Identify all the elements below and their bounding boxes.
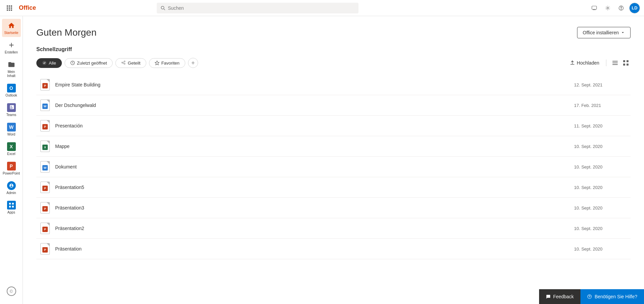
file-list: P Empire State Building 12. Sept. 2021 W… (36, 75, 631, 259)
file-name: Präsentation2 (55, 226, 574, 231)
word-file-icon: W (40, 161, 50, 173)
install-office-label: Office installieren (583, 30, 619, 35)
table-row[interactable]: P Präsentation5 10. Sept. 2020 (36, 177, 631, 198)
nav-right: LD (589, 3, 640, 13)
svg-rect-2 (11, 5, 12, 7)
sidebar-item-label-home: Startseite (4, 31, 18, 35)
svg-rect-8 (11, 9, 12, 11)
ppt-file-icon: P (40, 223, 50, 234)
sidebar-item-word[interactable]: W Word (2, 120, 21, 139)
sidebar-item-label-apps: Apps (7, 211, 15, 215)
svg-rect-4 (9, 7, 10, 9)
word-file-icon: W (40, 100, 50, 111)
content-icon (7, 60, 16, 69)
filter-tab-all[interactable]: Alle (36, 58, 62, 68)
home-icon (7, 21, 16, 30)
apps-icon (7, 200, 16, 210)
content-area: Guten Morgen Office installieren Schnell… (23, 16, 644, 304)
section-title-quickaccess: Schnellzugriff (36, 46, 631, 52)
search-bar[interactable] (157, 3, 358, 13)
table-row[interactable]: W Dokument 10. Sept. 2020 (36, 157, 631, 177)
view-toggle (610, 58, 631, 68)
svg-rect-3 (7, 7, 8, 9)
svg-marker-24 (155, 61, 159, 65)
sidebar-item-powerpoint[interactable]: P PowerPoint (2, 159, 21, 178)
svg-rect-25 (612, 61, 618, 62)
file-date: 17. Feb. 2021 (574, 103, 628, 108)
table-row[interactable]: P Empire State Building 12. Sept. 2021 (36, 75, 631, 95)
greeting-text: Guten Morgen (36, 27, 97, 38)
filter-tab-shared-label: Geteilt (128, 61, 141, 66)
filter-tab-favorites[interactable]: Favoriten (149, 58, 185, 68)
sidebar-item-label-outlook: Outlook (5, 93, 17, 98)
file-name: Der Dschungelwald (55, 103, 574, 108)
file-icon-wrapper: W (39, 99, 51, 111)
file-name: Präsentation (55, 246, 574, 252)
filter-tab-shared[interactable]: Geteilt (115, 58, 146, 68)
settings-button[interactable] (602, 3, 613, 13)
ppt-badge: P (42, 186, 48, 191)
svg-rect-31 (627, 64, 629, 66)
ppt-badge: P (42, 206, 48, 212)
ppt-badge: P (42, 83, 48, 88)
sidebar-item-home[interactable]: Startseite (2, 19, 21, 37)
greeting-section: Guten Morgen Office installieren (36, 27, 631, 38)
table-row[interactable]: P Presentación 11. Sept. 2020 (36, 116, 631, 136)
svg-point-15 (607, 7, 608, 9)
svg-rect-18 (9, 203, 11, 204)
grid-view-button[interactable] (621, 58, 631, 68)
avatar[interactable]: LD (629, 3, 640, 13)
main-layout: Startseite Erstellen Mein Inhalt O Outlo… (0, 16, 644, 304)
sidebar-item-apps[interactable]: Apps (2, 198, 21, 217)
table-row[interactable]: W Der Dschungelwald 17. Feb. 2021 (36, 95, 631, 116)
word-icon: W (7, 122, 16, 132)
ppt-badge: P (42, 227, 48, 232)
search-input[interactable] (168, 5, 354, 11)
filter-tab-recent-label: Zuletzt geöffnet (77, 61, 107, 66)
file-icon-wrapper: X (39, 140, 51, 152)
file-icon-wrapper: P (39, 181, 51, 193)
help-label: Benötigen Sie Hilfe? (595, 294, 637, 299)
file-icon-wrapper: P (39, 79, 51, 91)
file-icon-wrapper: W (39, 161, 51, 173)
sidebar-item-content[interactable]: Mein Inhalt (2, 58, 21, 80)
filter-bar: Alle Zuletzt geöffnet Geteilt Favoriten (36, 58, 631, 68)
help-button[interactable] (616, 3, 627, 13)
svg-rect-0 (7, 5, 8, 7)
sidebar-bottom: © (7, 287, 16, 301)
svg-rect-11 (592, 6, 597, 9)
sidebar-item-excel[interactable]: X Excel (2, 140, 21, 158)
feedback-button[interactable]: Feedback (539, 289, 580, 304)
table-row[interactable]: X Mappe 10. Sept. 2020 (36, 136, 631, 157)
sidebar-item-label-create: Erstellen (5, 50, 18, 54)
table-row[interactable]: P Präsentation 10. Sept. 2020 (36, 239, 631, 259)
filter-tab-recent[interactable]: Zuletzt geöffnet (65, 58, 113, 68)
sidebar-item-label-powerpoint: PowerPoint (3, 172, 20, 176)
install-office-button[interactable]: Office installieren (577, 27, 631, 38)
help-chat-button[interactable]: Benötigen Sie Hilfe? (580, 289, 644, 304)
filter-add-button[interactable] (188, 58, 198, 68)
star-icon (155, 61, 159, 65)
table-row[interactable]: P Präsentation3 10. Sept. 2020 (36, 198, 631, 218)
feedback-label: Feedback (553, 294, 574, 299)
file-name: Presentación (55, 123, 574, 128)
sidebar-item-create[interactable]: Erstellen (2, 38, 21, 56)
feedback-icon-button[interactable] (589, 3, 600, 13)
svg-rect-5 (11, 7, 12, 9)
sidebar-item-label-excel: Excel (7, 152, 15, 156)
copyright-icon[interactable]: © (7, 287, 16, 296)
grid-menu-button[interactable] (4, 3, 15, 13)
sidebar-item-outlook[interactable]: O Outlook (2, 81, 21, 100)
svg-rect-20 (9, 206, 11, 207)
chevron-down-icon (621, 31, 625, 35)
sidebar-item-teams[interactable]: Teams (2, 101, 21, 119)
excel-icon: X (7, 142, 16, 151)
table-row[interactable]: P Präsentation2 10. Sept. 2020 (36, 218, 631, 239)
svg-line-10 (164, 9, 165, 10)
list-view-button[interactable] (610, 58, 620, 68)
ppt-badge: P (42, 124, 48, 129)
ppt-file-icon: P (40, 202, 50, 214)
upload-button[interactable]: Hochladen (567, 59, 602, 67)
file-date: 10. Sept. 2020 (574, 205, 628, 211)
sidebar-item-admin[interactable]: Admin (2, 179, 21, 197)
